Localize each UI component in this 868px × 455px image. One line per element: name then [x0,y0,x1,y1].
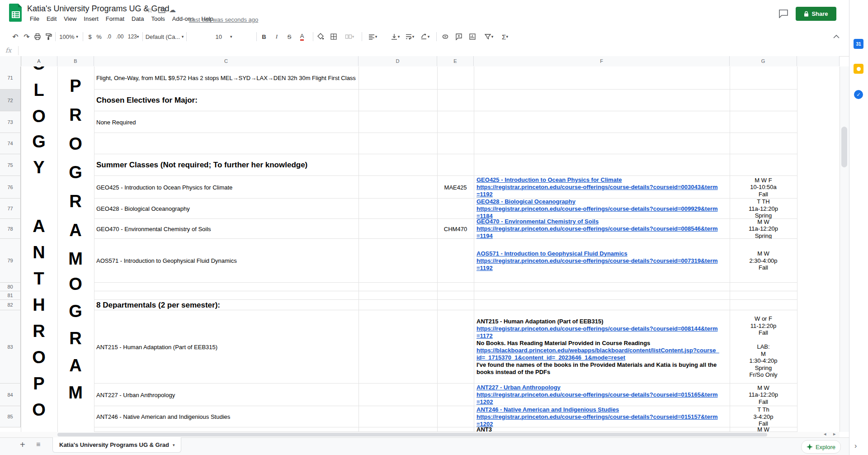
cell-link-line[interactable]: =1184 [476,213,730,219]
all-sheets-menu-icon[interactable]: ≡ [36,441,40,449]
cell-F77[interactable]: GEO428 - Biological Oceanographyhttps://… [474,199,730,219]
zoom-select[interactable]: 100% ▾ [59,28,79,45]
cloud-status-icon[interactable]: ☁ [169,6,176,14]
vertical-scrollbar[interactable] [840,66,849,432]
keep-icon[interactable] [854,64,863,74]
vertical-align-button[interactable]: ▾ [388,28,402,45]
functions-button[interactable]: Σ▾ [497,28,513,45]
cell-link-line[interactable]: https://registrar.princeton.edu/course-o… [476,205,730,213]
insert-comment-button[interactable] [454,28,463,45]
cell-F84[interactable]: ANT227 - Urban Anthropologyhttps://regis… [474,384,730,406]
row-header-72[interactable]: 72 [0,90,21,111]
formula-bar[interactable] [0,45,868,57]
menu-format[interactable]: Format [102,14,128,23]
cell-C85[interactable]: ANT246 - Native American and Indigenious… [94,406,360,427]
row-header-82[interactable]: 82 [0,300,21,310]
scroll-right-arrow[interactable]: ▸ [833,431,836,437]
vertical-scrollbar-thumb[interactable] [841,127,847,167]
row-header-83[interactable]: 83 [0,310,21,384]
cell-G85[interactable]: T Th3-4:20pFall [730,406,797,427]
cell-C77[interactable]: GEO428 - Biological Oceanography [94,199,360,219]
cell-C82[interactable]: 8 Departmentals (2 per semester): [94,300,360,310]
row-header-75[interactable]: 75 [0,154,21,176]
cell-link-line[interactable]: id=_1715370_1&content_id=_2023646_1&mode… [476,354,730,361]
cell-F83[interactable]: ANT215 - Human Adaptation (Part of EEB31… [474,310,730,384]
undo-button[interactable]: ↶ [11,28,20,45]
row-header-79[interactable]: 79 [0,239,21,283]
column-header-D[interactable]: D [359,56,437,66]
cell-C78[interactable]: GEO470 - Environmental Chemistry of Soil… [94,219,360,239]
cell-C73[interactable]: None Required [94,111,360,133]
sheets-logo-icon[interactable] [9,4,23,22]
increase-decimals-button[interactable]: .00 [114,28,126,45]
horizontal-scrollbar-thumb[interactable] [57,433,767,436]
row-header-71[interactable]: 71 [0,66,21,90]
row-header-84[interactable]: 84 [0,384,21,406]
cell-C71[interactable]: Flight, One-Way, from MEL $9,572 Has 2 s… [94,66,360,90]
cell-link-line[interactable]: AOS571 - Introduction to Geophysical Flu… [476,250,730,257]
cell-G79[interactable]: M W2:30-4:00pFall [730,239,797,283]
text-color-button[interactable]: A [297,28,307,45]
row-header-73[interactable]: 73 [0,111,21,133]
explore-button[interactable]: Explore [801,440,841,454]
column-header-F[interactable]: F [474,56,730,66]
collapse-toolbar-button[interactable] [831,28,842,45]
menu-insert[interactable]: Insert [80,14,102,23]
cell-link-line[interactable]: =1192 [476,265,730,272]
cell-C79[interactable]: AOS571 - Introduction to Geophysical Flu… [94,239,360,283]
cell-F76[interactable]: GEO425 - Introduction to Ocean Physics f… [474,176,730,199]
column-header-G[interactable]: G [730,56,797,66]
font-size-select[interactable]: 10 ▾ [206,28,242,45]
cell-E76[interactable]: MAE425 [438,176,473,199]
cell-G78[interactable]: M W11a-12:20pSpring [730,219,797,239]
row-header-78[interactable]: 78 [0,219,21,239]
menu-tools[interactable]: Tools [147,14,168,23]
cell-link-line[interactable]: =1202 [476,421,730,428]
cell-C72[interactable]: Chosen Electives for Major: [94,90,360,111]
column-header-E[interactable]: E [437,56,474,66]
cell-F85[interactable]: ANT246 - Native American and Indigenious… [474,406,730,427]
row-header-81[interactable]: 81 [0,291,21,300]
borders-button[interactable] [329,28,338,45]
font-family-select[interactable]: Default (Ca... ▾ [146,28,183,45]
format-currency-button[interactable]: $ [86,28,94,45]
decrease-decimals-button[interactable]: .0 [104,28,114,45]
fill-color-button[interactable] [316,28,325,45]
row-header-74[interactable]: 74 [0,133,21,154]
bold-button[interactable]: B [259,28,269,45]
spreadsheet-grid[interactable]: 71Flight, One-Way, from MEL $9,572 Has 2… [0,66,840,432]
cell-link-line[interactable]: =1192 [476,191,730,198]
cell-link-line[interactable]: GEO470 - Environmental Chemistry of Soil… [476,219,730,225]
cell-G84[interactable]: M W11a-12:20pFall [730,384,797,406]
cell-E78[interactable]: CHM470 [438,219,473,239]
menu-data[interactable]: Data [128,14,147,23]
cell-link-line[interactable]: =1172 [476,332,730,340]
cell-Gpartial[interactable]: M W [730,427,797,432]
scroll-left-arrow[interactable]: ◂ [824,431,826,437]
text-rotation-button[interactable]: ▾ [418,28,432,45]
cell-link-line[interactable]: https://blackboard.princeton.edu/webapps… [476,347,730,354]
panel-expand-chevron[interactable]: › [854,442,857,450]
cell-link-line[interactable]: https://registrar.princeton.edu/course-o… [476,391,730,398]
redo-button[interactable]: ↷ [22,28,31,45]
cell-link-line[interactable]: https://registrar.princeton.edu/course-o… [476,325,730,332]
cell-link-line[interactable]: https://registrar.princeton.edu/course-o… [476,225,730,232]
share-button[interactable]: Share [796,7,836,21]
cell-link-line[interactable]: ANT227 - Urban Anthropology [476,384,730,391]
column-header-C[interactable]: C [94,56,359,66]
calendar-icon[interactable]: 31 [854,39,863,49]
row-header-77[interactable]: 77 [0,199,21,219]
more-formats-button[interactable]: 123▾ [127,28,140,45]
active-sheet-tab[interactable]: Katia's University Programs UG & Grad ▾ [52,437,181,453]
cell-link-line[interactable]: =1202 [476,398,730,406]
merge-cells-button[interactable]: ▾ [342,28,357,45]
cell-link-line[interactable]: ANT246 - Native American and Indigenious… [476,406,730,413]
cell-link-line[interactable]: GEO428 - Biological Oceanography [476,199,730,205]
paint-format-button[interactable] [44,28,53,45]
insert-link-button[interactable] [441,28,450,45]
cell-G83[interactable]: W or F11-12:20pFall LAB:M1:30-4:20pSprin… [730,310,797,384]
cell-C75[interactable]: Summer Classes (Not required; To further… [94,154,360,176]
cell-C84[interactable]: ANT227 - Urban Anthropology [94,384,360,406]
cell-C83[interactable]: ANT215 - Human Adaptation (Part of EEB31… [94,310,360,384]
print-button[interactable] [33,28,42,45]
